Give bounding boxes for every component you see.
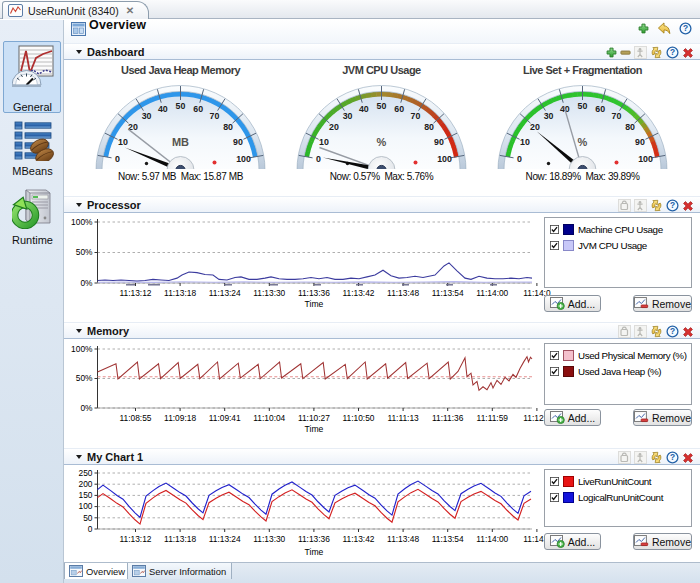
svg-text:Time: Time	[305, 424, 324, 434]
svg-text:11:13:36: 11:13:36	[298, 534, 330, 544]
svg-text:?: ?	[670, 326, 675, 336]
svg-text:11:10:04: 11:10:04	[253, 413, 285, 423]
svg-text:11:13:42: 11:13:42	[343, 534, 375, 544]
svg-text:11:11:13: 11:11:13	[387, 413, 419, 423]
svg-text:40: 40	[359, 104, 369, 114]
svg-text:90: 90	[434, 137, 444, 147]
svg-text:20: 20	[530, 122, 540, 132]
svg-text:10: 10	[319, 137, 329, 147]
svg-text:30: 30	[343, 111, 353, 121]
svg-text:11:13:42: 11:13:42	[343, 288, 375, 298]
svg-text:11:11:36: 11:11:36	[432, 413, 464, 423]
svg-text:50: 50	[377, 101, 387, 111]
svg-text:11:09:41: 11:09:41	[209, 413, 241, 423]
svg-text:70: 70	[210, 111, 220, 121]
svg-text:?: ?	[670, 47, 675, 57]
svg-text:50: 50	[83, 513, 93, 523]
svg-text:11:13:12: 11:13:12	[120, 534, 152, 544]
svg-text:80: 80	[424, 122, 434, 132]
svg-text:11:13:54: 11:13:54	[432, 288, 464, 298]
svg-text:0: 0	[517, 154, 522, 164]
svg-text:?: ?	[683, 23, 688, 33]
svg-text:11:13:18: 11:13:18	[164, 534, 196, 544]
svg-text:100: 100	[638, 154, 653, 164]
svg-text:80: 80	[223, 122, 233, 132]
svg-text:90: 90	[233, 137, 243, 147]
svg-text:%: %	[377, 136, 387, 148]
svg-text:10: 10	[520, 137, 530, 147]
svg-text:11:13:12: 11:13:12	[120, 288, 152, 298]
svg-text:100: 100	[79, 501, 93, 511]
svg-text:100: 100	[236, 154, 251, 164]
svg-text:0: 0	[316, 154, 321, 164]
svg-text:50: 50	[578, 101, 588, 111]
svg-text:0%: 0%	[80, 278, 93, 288]
svg-text:11:14:00: 11:14:00	[476, 288, 508, 298]
svg-text:60: 60	[394, 104, 404, 114]
svg-text:11:13:48: 11:13:48	[387, 288, 419, 298]
svg-text:70: 70	[612, 111, 622, 121]
svg-text:50%: 50%	[76, 247, 93, 257]
svg-text:Time: Time	[305, 547, 324, 557]
svg-text:100%: 100%	[71, 344, 93, 354]
svg-text:11:08:55: 11:08:55	[120, 413, 152, 423]
svg-text:?: ?	[670, 200, 675, 210]
svg-text:11:10:27: 11:10:27	[298, 413, 330, 423]
svg-text:40: 40	[158, 104, 168, 114]
svg-text:50%: 50%	[76, 373, 93, 383]
svg-text:0: 0	[88, 524, 93, 534]
svg-text:10: 10	[118, 137, 128, 147]
svg-text:11:13:24: 11:13:24	[209, 288, 241, 298]
svg-text:30: 30	[544, 111, 554, 121]
svg-text:11:10:50: 11:10:50	[343, 413, 375, 423]
svg-text:60: 60	[193, 104, 203, 114]
svg-text:60: 60	[595, 104, 605, 114]
svg-text:150: 150	[79, 490, 93, 500]
svg-text:?: ?	[670, 452, 675, 462]
svg-text:20: 20	[329, 122, 339, 132]
svg-text:0%: 0%	[80, 403, 93, 413]
svg-text:0: 0	[115, 154, 120, 164]
svg-text:30: 30	[142, 111, 152, 121]
svg-text:Time: Time	[305, 299, 324, 309]
svg-text:80: 80	[625, 122, 635, 132]
svg-text:100%: 100%	[71, 217, 93, 227]
svg-text:11:13:18: 11:13:18	[164, 288, 196, 298]
svg-text:200: 200	[79, 479, 93, 489]
svg-text:11:13:54: 11:13:54	[432, 534, 464, 544]
svg-text:11:09:18: 11:09:18	[164, 413, 196, 423]
svg-text:100: 100	[437, 154, 452, 164]
svg-text:70: 70	[411, 111, 421, 121]
svg-text:%: %	[578, 136, 588, 148]
svg-text:11:14:00: 11:14:00	[476, 534, 508, 544]
svg-text:50: 50	[176, 101, 186, 111]
svg-text:11:13:30: 11:13:30	[253, 534, 285, 544]
svg-text:11:13:24: 11:13:24	[209, 534, 241, 544]
svg-text:11:13:30: 11:13:30	[253, 288, 285, 298]
svg-text:90: 90	[635, 137, 645, 147]
svg-text:11:11:59: 11:11:59	[477, 413, 509, 423]
svg-text:11:13:48: 11:13:48	[387, 534, 419, 544]
svg-text:11:13:36: 11:13:36	[298, 288, 330, 298]
svg-text:MB: MB	[172, 136, 189, 148]
svg-text:250: 250	[79, 468, 93, 478]
